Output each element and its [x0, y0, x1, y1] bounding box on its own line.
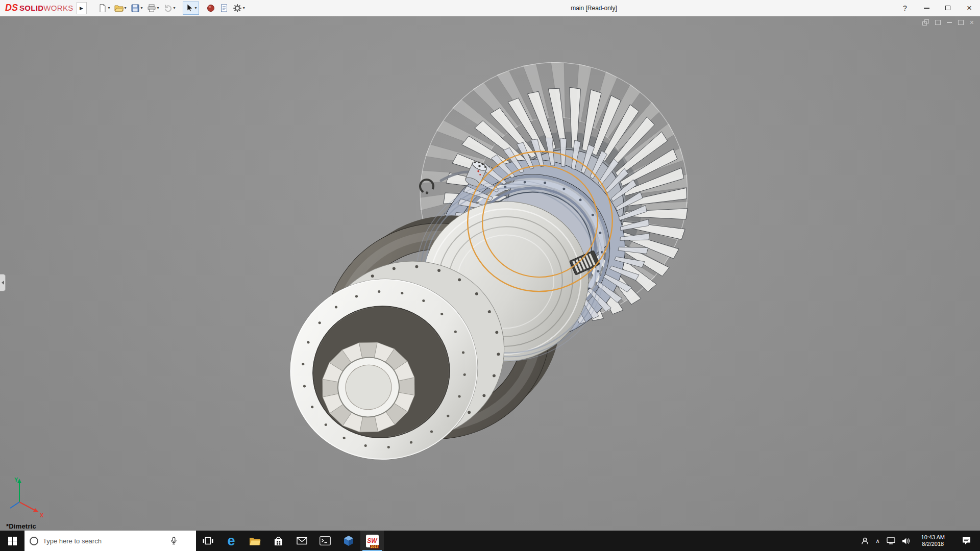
print-icon — [147, 4, 156, 13]
task-view-icon — [203, 536, 213, 546]
dropdown-caret-icon: ▾ — [195, 6, 197, 10]
cortana-icon — [30, 537, 38, 545]
people-icon[interactable] — [861, 537, 869, 545]
help-button[interactable]: ? — [894, 0, 916, 16]
command-prompt-icon — [320, 536, 331, 545]
solidworks-app-icon: SW 2017 — [366, 535, 379, 547]
select-tool-button[interactable]: ▾ — [183, 2, 199, 15]
composer-button[interactable] — [337, 531, 360, 551]
select-cursor-icon — [185, 4, 194, 13]
new-window-icon[interactable] — [922, 19, 929, 26]
save-floppy-icon — [131, 4, 140, 13]
menu-expand-button[interactable]: ▶ — [77, 2, 87, 14]
open-button[interactable]: ▾ — [112, 2, 129, 15]
new-document-icon — [98, 4, 107, 13]
windows-logo-icon — [8, 537, 17, 545]
clock-date: 8/2/2018 — [922, 541, 944, 547]
dropdown-caret-icon: ▾ — [157, 6, 159, 10]
maximize-button[interactable] — [937, 0, 959, 16]
print-button[interactable]: ▾ — [145, 2, 161, 15]
file-explorer-icon — [249, 536, 261, 546]
solidworks-window: DS SOLID WORKS ▶ ▾ ▾ — [0, 0, 980, 551]
appearance-sphere-icon — [206, 4, 215, 13]
system-tray: ∧ 10:43 AM 8/2/2018 — [858, 531, 980, 551]
solidworks-logo: DS SOLID WORKS — [0, 3, 77, 13]
microphone-icon[interactable] — [170, 537, 178, 545]
action-center-button[interactable] — [955, 537, 977, 545]
z-axis — [10, 502, 19, 508]
options-button[interactable]: ▾ — [231, 2, 247, 15]
network-icon[interactable] — [887, 537, 895, 544]
taskbar-clock[interactable]: 10:43 AM 8/2/2018 — [917, 534, 949, 547]
store-icon — [274, 536, 283, 546]
file-explorer-button[interactable] — [243, 531, 266, 551]
dropdown-caret-icon: ▾ — [108, 6, 110, 10]
undo-button[interactable]: ▾ — [161, 2, 178, 15]
help-icon: ? — [903, 4, 907, 12]
start-button[interactable] — [0, 531, 24, 551]
document-window-controls: × — [922, 19, 974, 26]
edge-icon: e — [227, 534, 235, 548]
taskbar-search[interactable] — [24, 531, 196, 551]
gear-icon — [233, 4, 242, 13]
graphics-viewport[interactable]: × Y X *Dimetric — [0, 16, 980, 531]
jet-engine-model[interactable] — [0, 16, 980, 531]
volume-icon[interactable] — [902, 537, 911, 545]
task-view-button[interactable] — [196, 531, 219, 551]
dropdown-caret-icon: ▾ — [243, 6, 245, 10]
collapse-arrow-icon — [2, 281, 4, 285]
solidworks-taskbar-button[interactable]: SW 2017 — [360, 531, 384, 551]
search-input[interactable] — [43, 537, 165, 545]
maximize-icon — [945, 6, 950, 10]
window-controls: ? × — [894, 0, 980, 16]
hidden-icons-chevron[interactable]: ∧ — [875, 538, 879, 544]
x-axis-label: X — [40, 512, 44, 518]
feature-manager-tab[interactable] — [0, 274, 6, 291]
undo-icon — [163, 4, 173, 13]
quick-toolbar: ▾ ▾ ▾ — [96, 2, 247, 15]
mail-icon — [297, 537, 307, 545]
file-properties-button[interactable] — [217, 2, 231, 15]
cascade-icon[interactable] — [935, 20, 941, 25]
edit-appearance-button[interactable] — [204, 2, 217, 15]
windows-taskbar: e — [0, 531, 980, 551]
dropdown-caret-icon: ▾ — [125, 6, 127, 10]
minimize-icon — [924, 8, 929, 9]
mail-button[interactable] — [290, 531, 313, 551]
command-prompt-button[interactable] — [313, 531, 337, 551]
view-orientation-label: *Dimetric — [6, 522, 36, 530]
action-center-icon — [962, 537, 971, 545]
clock-time: 10:43 AM — [921, 534, 945, 541]
document-title: main [Read-only] — [571, 5, 617, 12]
titlebar: DS SOLID WORKS ▶ ▾ ▾ — [0, 0, 980, 16]
dropdown-caret-icon: ▾ — [174, 6, 176, 10]
store-button[interactable] — [266, 531, 290, 551]
dropdown-caret-icon: ▾ — [141, 6, 143, 10]
file-properties-icon — [219, 4, 229, 13]
blue-cube-icon — [343, 535, 354, 546]
edge-button[interactable]: e — [219, 531, 243, 551]
close-icon: × — [967, 3, 972, 13]
reference-triad: Y X — [3, 474, 50, 521]
ds-logo-icon: DS — [5, 3, 18, 13]
save-button[interactable]: ▾ — [129, 2, 145, 15]
new-document-button[interactable]: ▾ — [96, 2, 112, 15]
open-folder-icon — [114, 4, 124, 13]
minimize-button[interactable] — [916, 0, 937, 16]
doc-minimize-icon[interactable] — [947, 22, 952, 23]
doc-restore-icon[interactable] — [958, 20, 964, 25]
expand-arrow-icon: ▶ — [80, 6, 83, 11]
y-axis-label: Y — [14, 477, 18, 483]
doc-close-icon[interactable]: × — [970, 20, 974, 25]
close-button[interactable]: × — [959, 0, 980, 16]
